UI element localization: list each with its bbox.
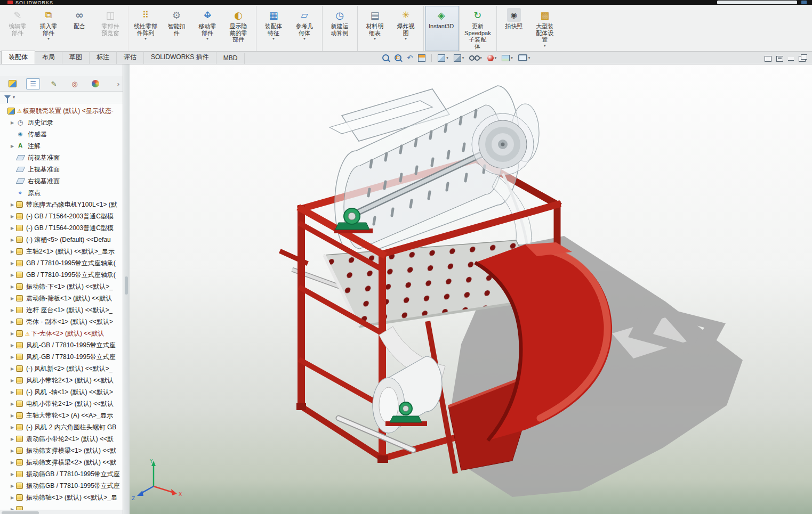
tree-item[interactable]: ▶ 主轴2<1> (默认) <<默认>_显示 bbox=[0, 246, 123, 257]
panel-flyout-chevron-icon[interactable]: › bbox=[117, 80, 119, 87]
panel-right-icon[interactable] bbox=[776, 56, 783, 62]
ribbon-button[interactable]: 插入零 部件 ▼ bbox=[33, 6, 64, 51]
tree-expand-caret-icon[interactable]: ▶ bbox=[11, 460, 16, 465]
ribbon-button[interactable]: 零部件 预览窗 bbox=[95, 6, 128, 51]
scrollbar-thumb[interactable] bbox=[2, 511, 39, 514]
tree-expand-caret-icon[interactable]: ▶ bbox=[11, 120, 16, 125]
tree-expand-caret-icon[interactable]: ▶ bbox=[11, 144, 16, 149]
tree-item[interactable]: ▶ 风机-GB / T7810-1995带立式座 bbox=[0, 339, 123, 351]
tree-item[interactable]: ▶ (-) GB / T1564-2003普通C型模 bbox=[0, 210, 123, 222]
filter-funnel-icon[interactable] bbox=[4, 95, 11, 99]
tree-item[interactable]: ▶ 风机小带轮2<1> (默认) <<默认 bbox=[0, 374, 123, 386]
tree-item[interactable]: ▶ 振动筛GB / T7810-1995带立式座 bbox=[0, 480, 123, 492]
dropdown-arrow-icon[interactable]: ▼ bbox=[272, 37, 276, 40]
command-tab[interactable]: 草图 bbox=[62, 51, 90, 64]
ribbon-button[interactable]: 智能扣 件 bbox=[161, 6, 192, 51]
display-style-icon[interactable]: ▾ bbox=[452, 53, 466, 63]
tree-item[interactable]: ▶ 连杆 座台<1> (默认) <<默认>_ bbox=[0, 304, 123, 316]
tree-expand-caret-icon[interactable]: ▶ bbox=[11, 214, 16, 219]
edit-appearance-icon[interactable]: ▾ bbox=[486, 54, 499, 62]
tree-item[interactable]: ▶ (-) 风机 2 内六角圆柱头螺钉 GB bbox=[0, 421, 123, 433]
tree-expand-caret-icon[interactable]: ▶ bbox=[11, 495, 16, 500]
tree-item[interactable]: ▶ 振动筛-下<1> (默认) <<默认>_ bbox=[0, 281, 123, 292]
tree-expand-caret-icon[interactable]: ▶ bbox=[11, 308, 16, 313]
tree-expand-caret-icon[interactable]: ▶ bbox=[11, 284, 16, 289]
tree-expand-caret-icon[interactable]: ▶ bbox=[11, 343, 16, 348]
ribbon-button[interactable]: 显示隐 藏的零 部件 bbox=[223, 6, 256, 51]
dropdown-arrow-icon[interactable]: ▼ bbox=[543, 44, 546, 47]
tree-item[interactable]: ▶ 振动筛轴<1> (默认) <<默认>_显 bbox=[0, 492, 123, 503]
tree-expand-caret-icon[interactable]: ▶ bbox=[11, 448, 16, 453]
viewport-canvas[interactable]: Y X Z bbox=[130, 64, 812, 514]
ribbon-button[interactable]: 材料明 细表 ▼ bbox=[359, 6, 390, 51]
ribbon-button[interactable]: Instant3D bbox=[425, 6, 460, 51]
tree-item[interactable]: 上视基准面 bbox=[0, 164, 123, 175]
zoom-fit-icon[interactable] bbox=[381, 53, 391, 62]
panel-splitter[interactable] bbox=[123, 64, 130, 514]
apply-scene-icon[interactable]: ▾ bbox=[500, 54, 514, 62]
featuremanager-tab[interactable] bbox=[5, 78, 19, 89]
tree-item[interactable]: ▶ 震动筛小带轮2<1> (默认) <<默 bbox=[0, 433, 123, 445]
propertymanager-tab[interactable] bbox=[26, 78, 40, 89]
dropdown-caret-icon[interactable]: ▾ bbox=[462, 56, 464, 60]
tree-item[interactable]: ⚠ 板栗脱壳装置 (默认) <显示状态- bbox=[0, 105, 123, 117]
tree-item[interactable]: ▶ 风机-GB / T7810-1995带立式座 bbox=[0, 351, 123, 363]
displaymanager-tab[interactable] bbox=[89, 78, 102, 89]
dimxpertmanager-tab[interactable] bbox=[68, 78, 82, 89]
filter-dropdown-caret-icon[interactable]: ▾ bbox=[13, 95, 15, 100]
tree-item[interactable]: ▶ (-) 滚桶<5> (Default) <<Defau bbox=[0, 234, 123, 246]
tree-expand-caret-icon[interactable]: ▶ bbox=[11, 296, 16, 301]
zoom-area-icon[interactable] bbox=[393, 53, 403, 62]
restore-window-icon[interactable] bbox=[799, 56, 806, 62]
tree-expand-caret-icon[interactable]: ▶ bbox=[11, 484, 16, 488]
dropdown-caret-icon[interactable]: ▾ bbox=[495, 56, 497, 60]
tree-item[interactable]: ▶ (-) 风机新<2> (默认) <<默认>_ bbox=[0, 363, 123, 374]
tree-item[interactable]: ▶ 注解 bbox=[0, 140, 123, 152]
tree-item[interactable]: 传感器 bbox=[0, 128, 123, 140]
help-icon[interactable] bbox=[801, 1, 807, 4]
tree-item[interactable]: ▶ 壳体 - 副本<1> (默认) <<默认> bbox=[0, 316, 123, 328]
dropdown-caret-icon[interactable]: ▾ bbox=[528, 56, 530, 60]
ribbon-button[interactable]: 大型装 配体设 置 ▼ bbox=[529, 6, 560, 51]
previous-view-icon[interactable] bbox=[405, 53, 414, 63]
command-tab[interactable]: 标注 bbox=[90, 51, 117, 64]
ribbon-button[interactable]: 新建运 动算例 bbox=[324, 6, 358, 51]
ribbon-button[interactable]: 爆炸视 图 ▼ bbox=[390, 6, 424, 51]
command-tab[interactable]: 评估 bbox=[117, 51, 144, 64]
tree-item[interactable]: ▶ 历史记录 bbox=[0, 117, 123, 128]
ribbon-button[interactable]: 装配体 特征 ▼ bbox=[258, 6, 289, 51]
view-settings-icon[interactable]: ▾ bbox=[517, 53, 532, 62]
search-box[interactable] bbox=[717, 1, 797, 4]
tree-item[interactable]: ▶ 电机小带轮2<1> (默认) <<默认 bbox=[0, 398, 123, 410]
dropdown-caret-icon[interactable]: ▾ bbox=[511, 56, 513, 60]
ribbon-button[interactable]: 参考几 何体 ▼ bbox=[289, 6, 323, 51]
tree-expand-caret-icon[interactable]: ▶ bbox=[11, 202, 16, 207]
tree-item[interactable]: 原点 bbox=[0, 187, 123, 199]
ribbon-button[interactable]: 拍快照 bbox=[499, 6, 529, 51]
tree-expand-caret-icon[interactable]: ▶ bbox=[11, 249, 16, 254]
ribbon-button[interactable]: 更新 Speedpak 子装配 体 bbox=[461, 6, 497, 51]
tree-item[interactable]: ▶ 振动筛支撑横梁<2> (默认) <<默 bbox=[0, 456, 123, 468]
tree-item[interactable]: ▶ ⚠ 下-壳体<2> (默认) <<默认 bbox=[0, 328, 123, 339]
ribbon-button[interactable]: 配合 bbox=[64, 6, 95, 51]
tree-horizontal-scrollbar[interactable] bbox=[0, 510, 123, 514]
dropdown-arrow-icon[interactable]: ▼ bbox=[404, 37, 408, 40]
tree-item[interactable]: ▶ GB / T7810-1995带立式座轴承( bbox=[0, 269, 123, 281]
tree-item[interactable]: ▶ 振动筛GB / T7810-1995带立式座 bbox=[0, 468, 123, 480]
tree-expand-caret-icon[interactable]: ▶ bbox=[11, 425, 16, 430]
tree-item[interactable]: ▶ (-) GB / T1564-2003普通C型模 bbox=[0, 222, 123, 234]
configurationmanager-tab[interactable] bbox=[47, 78, 61, 89]
tree-item[interactable]: 前视基准面 bbox=[0, 152, 123, 164]
dropdown-arrow-icon[interactable]: ▼ bbox=[144, 37, 148, 40]
section-view-icon[interactable] bbox=[416, 53, 427, 63]
tree-item[interactable]: 右视基准面 bbox=[0, 175, 123, 187]
dropdown-caret-icon[interactable]: ▾ bbox=[446, 56, 448, 60]
tree-expand-caret-icon[interactable]: ▶ bbox=[11, 261, 16, 266]
tree-expand-caret-icon[interactable]: ▶ bbox=[11, 437, 16, 442]
tree-item[interactable]: ▶ 振动筛支撑横梁<1> (默认) <<默 bbox=[0, 445, 123, 456]
dropdown-caret-icon[interactable]: ▾ bbox=[480, 56, 482, 60]
tree-item[interactable]: ▶ (-) 风机 -轴<1> (默认) <<默认> bbox=[0, 386, 123, 398]
tree-item[interactable]: ▶ GB / T7810-1995带立式座轴承( bbox=[0, 257, 123, 269]
command-tab[interactable]: 布局 bbox=[35, 51, 62, 64]
command-tab[interactable]: SOLIDWORKS 插件 bbox=[144, 51, 216, 64]
